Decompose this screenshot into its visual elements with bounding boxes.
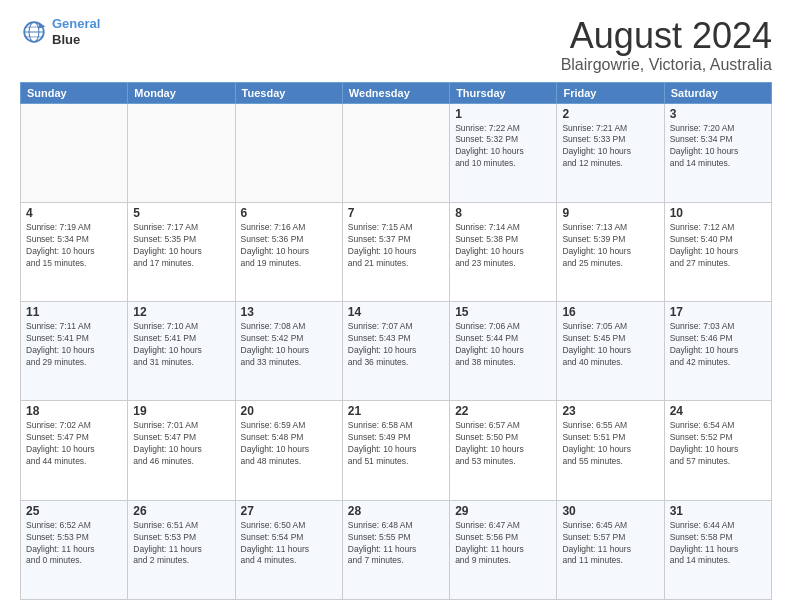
calendar-week-1: 1Sunrise: 7:22 AM Sunset: 5:32 PM Daylig… — [21, 103, 772, 202]
day-number: 3 — [670, 107, 766, 121]
day-info: Sunrise: 6:44 AM Sunset: 5:58 PM Dayligh… — [670, 520, 766, 568]
col-wednesday: Wednesday — [342, 82, 449, 103]
day-number: 26 — [133, 504, 229, 518]
calendar-cell: 17Sunrise: 7:03 AM Sunset: 5:46 PM Dayli… — [664, 302, 771, 401]
calendar-week-5: 25Sunrise: 6:52 AM Sunset: 5:53 PM Dayli… — [21, 500, 772, 599]
calendar-subtitle: Blairgowrie, Victoria, Australia — [561, 56, 772, 74]
col-monday: Monday — [128, 82, 235, 103]
day-info: Sunrise: 7:22 AM Sunset: 5:32 PM Dayligh… — [455, 123, 551, 171]
calendar-table: Sunday Monday Tuesday Wednesday Thursday… — [20, 82, 772, 600]
day-info: Sunrise: 7:10 AM Sunset: 5:41 PM Dayligh… — [133, 321, 229, 369]
day-number: 13 — [241, 305, 337, 319]
calendar-cell: 9Sunrise: 7:13 AM Sunset: 5:39 PM Daylig… — [557, 202, 664, 301]
day-number: 20 — [241, 404, 337, 418]
day-number: 16 — [562, 305, 658, 319]
day-number: 15 — [455, 305, 551, 319]
calendar-cell: 12Sunrise: 7:10 AM Sunset: 5:41 PM Dayli… — [128, 302, 235, 401]
calendar-cell: 16Sunrise: 7:05 AM Sunset: 5:45 PM Dayli… — [557, 302, 664, 401]
calendar-cell: 28Sunrise: 6:48 AM Sunset: 5:55 PM Dayli… — [342, 500, 449, 599]
day-info: Sunrise: 7:11 AM Sunset: 5:41 PM Dayligh… — [26, 321, 122, 369]
day-number: 31 — [670, 504, 766, 518]
calendar-cell: 10Sunrise: 7:12 AM Sunset: 5:40 PM Dayli… — [664, 202, 771, 301]
logo: General Blue — [20, 16, 100, 47]
day-info: Sunrise: 7:12 AM Sunset: 5:40 PM Dayligh… — [670, 222, 766, 270]
calendar-cell: 29Sunrise: 6:47 AM Sunset: 5:56 PM Dayli… — [450, 500, 557, 599]
day-number: 4 — [26, 206, 122, 220]
calendar-cell: 31Sunrise: 6:44 AM Sunset: 5:58 PM Dayli… — [664, 500, 771, 599]
calendar-cell: 4Sunrise: 7:19 AM Sunset: 5:34 PM Daylig… — [21, 202, 128, 301]
header: General Blue August 2024 Blairgowrie, Vi… — [20, 16, 772, 74]
calendar-cell: 21Sunrise: 6:58 AM Sunset: 5:49 PM Dayli… — [342, 401, 449, 500]
day-number: 18 — [26, 404, 122, 418]
calendar-cell: 27Sunrise: 6:50 AM Sunset: 5:54 PM Dayli… — [235, 500, 342, 599]
day-number: 22 — [455, 404, 551, 418]
day-number: 21 — [348, 404, 444, 418]
day-info: Sunrise: 6:50 AM Sunset: 5:54 PM Dayligh… — [241, 520, 337, 568]
calendar-cell: 15Sunrise: 7:06 AM Sunset: 5:44 PM Dayli… — [450, 302, 557, 401]
day-info: Sunrise: 6:51 AM Sunset: 5:53 PM Dayligh… — [133, 520, 229, 568]
calendar-week-3: 11Sunrise: 7:11 AM Sunset: 5:41 PM Dayli… — [21, 302, 772, 401]
calendar-cell: 8Sunrise: 7:14 AM Sunset: 5:38 PM Daylig… — [450, 202, 557, 301]
day-info: Sunrise: 6:54 AM Sunset: 5:52 PM Dayligh… — [670, 420, 766, 468]
day-info: Sunrise: 7:16 AM Sunset: 5:36 PM Dayligh… — [241, 222, 337, 270]
calendar-cell: 7Sunrise: 7:15 AM Sunset: 5:37 PM Daylig… — [342, 202, 449, 301]
day-info: Sunrise: 7:06 AM Sunset: 5:44 PM Dayligh… — [455, 321, 551, 369]
calendar-cell: 18Sunrise: 7:02 AM Sunset: 5:47 PM Dayli… — [21, 401, 128, 500]
calendar-cell: 25Sunrise: 6:52 AM Sunset: 5:53 PM Dayli… — [21, 500, 128, 599]
day-number: 29 — [455, 504, 551, 518]
day-info: Sunrise: 6:48 AM Sunset: 5:55 PM Dayligh… — [348, 520, 444, 568]
day-number: 1 — [455, 107, 551, 121]
day-number: 6 — [241, 206, 337, 220]
calendar-header-row: Sunday Monday Tuesday Wednesday Thursday… — [21, 82, 772, 103]
day-info: Sunrise: 7:03 AM Sunset: 5:46 PM Dayligh… — [670, 321, 766, 369]
col-friday: Friday — [557, 82, 664, 103]
calendar-cell: 6Sunrise: 7:16 AM Sunset: 5:36 PM Daylig… — [235, 202, 342, 301]
day-number: 25 — [26, 504, 122, 518]
day-info: Sunrise: 7:07 AM Sunset: 5:43 PM Dayligh… — [348, 321, 444, 369]
calendar-cell: 14Sunrise: 7:07 AM Sunset: 5:43 PM Dayli… — [342, 302, 449, 401]
day-number: 7 — [348, 206, 444, 220]
calendar-cell: 22Sunrise: 6:57 AM Sunset: 5:50 PM Dayli… — [450, 401, 557, 500]
day-number: 2 — [562, 107, 658, 121]
day-number: 24 — [670, 404, 766, 418]
day-number: 5 — [133, 206, 229, 220]
day-info: Sunrise: 6:47 AM Sunset: 5:56 PM Dayligh… — [455, 520, 551, 568]
page: General Blue August 2024 Blairgowrie, Vi… — [0, 0, 792, 612]
day-info: Sunrise: 7:13 AM Sunset: 5:39 PM Dayligh… — [562, 222, 658, 270]
calendar-title: August 2024 — [561, 16, 772, 56]
calendar-cell: 3Sunrise: 7:20 AM Sunset: 5:34 PM Daylig… — [664, 103, 771, 202]
day-number: 23 — [562, 404, 658, 418]
calendar-week-2: 4Sunrise: 7:19 AM Sunset: 5:34 PM Daylig… — [21, 202, 772, 301]
day-info: Sunrise: 6:52 AM Sunset: 5:53 PM Dayligh… — [26, 520, 122, 568]
day-info: Sunrise: 6:57 AM Sunset: 5:50 PM Dayligh… — [455, 420, 551, 468]
day-number: 9 — [562, 206, 658, 220]
day-info: Sunrise: 7:15 AM Sunset: 5:37 PM Dayligh… — [348, 222, 444, 270]
calendar-cell — [128, 103, 235, 202]
day-info: Sunrise: 7:17 AM Sunset: 5:35 PM Dayligh… — [133, 222, 229, 270]
day-info: Sunrise: 7:05 AM Sunset: 5:45 PM Dayligh… — [562, 321, 658, 369]
calendar-cell — [235, 103, 342, 202]
calendar-cell: 11Sunrise: 7:11 AM Sunset: 5:41 PM Dayli… — [21, 302, 128, 401]
calendar-cell: 1Sunrise: 7:22 AM Sunset: 5:32 PM Daylig… — [450, 103, 557, 202]
day-info: Sunrise: 7:20 AM Sunset: 5:34 PM Dayligh… — [670, 123, 766, 171]
day-number: 10 — [670, 206, 766, 220]
day-info: Sunrise: 7:08 AM Sunset: 5:42 PM Dayligh… — [241, 321, 337, 369]
day-info: Sunrise: 7:21 AM Sunset: 5:33 PM Dayligh… — [562, 123, 658, 171]
day-number: 17 — [670, 305, 766, 319]
day-number: 28 — [348, 504, 444, 518]
calendar-cell: 30Sunrise: 6:45 AM Sunset: 5:57 PM Dayli… — [557, 500, 664, 599]
calendar-cell: 13Sunrise: 7:08 AM Sunset: 5:42 PM Dayli… — [235, 302, 342, 401]
day-number: 8 — [455, 206, 551, 220]
day-info: Sunrise: 6:59 AM Sunset: 5:48 PM Dayligh… — [241, 420, 337, 468]
col-saturday: Saturday — [664, 82, 771, 103]
day-info: Sunrise: 6:58 AM Sunset: 5:49 PM Dayligh… — [348, 420, 444, 468]
day-number: 19 — [133, 404, 229, 418]
day-number: 14 — [348, 305, 444, 319]
calendar-cell: 5Sunrise: 7:17 AM Sunset: 5:35 PM Daylig… — [128, 202, 235, 301]
calendar-cell: 24Sunrise: 6:54 AM Sunset: 5:52 PM Dayli… — [664, 401, 771, 500]
col-tuesday: Tuesday — [235, 82, 342, 103]
calendar-cell: 19Sunrise: 7:01 AM Sunset: 5:47 PM Dayli… — [128, 401, 235, 500]
col-sunday: Sunday — [21, 82, 128, 103]
calendar-cell: 23Sunrise: 6:55 AM Sunset: 5:51 PM Dayli… — [557, 401, 664, 500]
calendar-cell — [21, 103, 128, 202]
